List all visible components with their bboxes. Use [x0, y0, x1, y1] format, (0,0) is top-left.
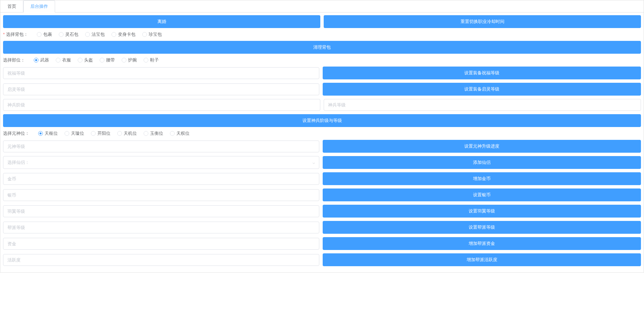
add-guild-fund-button[interactable]: 增加帮派资金 — [323, 237, 641, 250]
set-silver-button[interactable]: 设置银币 — [323, 188, 641, 201]
divorce-button[interactable]: 离婚 — [3, 15, 320, 28]
yuanshen-radio-3[interactable]: 天机位 — [117, 130, 137, 136]
yuanshen-radio-group: 天枢位 天璇位 开阳位 天机位 玉衡位 天权位 — [38, 130, 190, 136]
qiling-level-input[interactable] — [3, 83, 319, 95]
add-xianlv-button[interactable]: 添加仙侣 — [323, 156, 641, 169]
part-radio-4[interactable]: 护腕 — [122, 57, 137, 63]
shenbing-stage-input[interactable] — [3, 99, 320, 111]
set-shenbing-button[interactable]: 设置神兵阶级与等级 — [3, 114, 641, 127]
part-radio-group: 武器 衣服 头盔 腰带 护腕 鞋子 — [34, 57, 159, 63]
set-guild-button[interactable]: 设置帮派等级 — [323, 221, 641, 234]
add-gold-button[interactable]: 增加金币 — [323, 172, 641, 185]
yuanshen-radio-2[interactable]: 开阳位 — [91, 130, 110, 136]
select-part-label: 选择部位： — [3, 57, 25, 63]
set-equip-qiling-button[interactable]: 设置装备启灵等级 — [323, 83, 641, 96]
set-wing-button[interactable]: 设置羽翼等级 — [323, 205, 641, 218]
tab-bar: 首页 后台操作 — [0, 0, 644, 12]
wing-level-input[interactable] — [3, 205, 319, 217]
shenbing-level-input[interactable] — [324, 99, 641, 111]
guild-level-input[interactable] — [3, 222, 319, 233]
bag-radio-0[interactable]: 包裹 — [37, 31, 52, 37]
xianlv-select-placeholder: 选择仙侣： — [7, 159, 29, 166]
set-equip-bless-button[interactable]: 设置装备祝福等级 — [323, 67, 641, 79]
part-radio-3[interactable]: 腰带 — [100, 57, 115, 63]
add-guild-activity-button[interactable]: 增加帮派活跃度 — [323, 253, 641, 266]
part-radio-1[interactable]: 衣服 — [56, 57, 71, 63]
bag-radio-1[interactable]: 灵石包 — [59, 31, 78, 37]
reset-job-cd-button[interactable]: 重置切换职业冷却时间 — [324, 15, 641, 28]
activity-input[interactable] — [3, 254, 319, 266]
chevron-down-icon: ⌵ — [313, 160, 315, 165]
tab-home[interactable]: 首页 — [0, 0, 23, 12]
xianlv-select[interactable]: 选择仙侣： ⌵ — [3, 156, 319, 169]
silver-input[interactable] — [3, 189, 319, 201]
bless-level-input[interactable] — [3, 67, 319, 79]
select-yuanshen-label: 选择元神位： — [3, 130, 29, 136]
yuanshen-radio-1[interactable]: 天璇位 — [65, 130, 84, 136]
part-radio-2[interactable]: 头盔 — [78, 57, 93, 63]
fund-input[interactable] — [3, 238, 319, 250]
yuanshen-radio-0[interactable]: 天枢位 — [38, 130, 58, 136]
gold-input[interactable] — [3, 173, 319, 185]
yuanshen-radio-5[interactable]: 天权位 — [170, 130, 190, 136]
bag-radio-group: 包裹 灵石包 法宝包 变身卡包 珍宝包 — [37, 31, 162, 37]
part-radio-5[interactable]: 鞋子 — [144, 57, 159, 63]
part-radio-0[interactable]: 武器 — [34, 57, 49, 63]
yuanshen-level-input[interactable] — [3, 141, 319, 152]
set-yuanshen-button[interactable]: 设置元神升级进度 — [323, 140, 641, 153]
tab-backend[interactable]: 后台操作 — [23, 0, 55, 12]
clear-bag-button[interactable]: 清理背包 — [3, 41, 641, 54]
bag-radio-3[interactable]: 变身卡包 — [112, 31, 135, 37]
bag-radio-2[interactable]: 法宝包 — [85, 31, 105, 37]
select-bag-label: 选择背包： — [3, 31, 28, 37]
yuanshen-radio-4[interactable]: 玉衡位 — [144, 130, 163, 136]
bag-radio-4[interactable]: 珍宝包 — [142, 31, 162, 37]
